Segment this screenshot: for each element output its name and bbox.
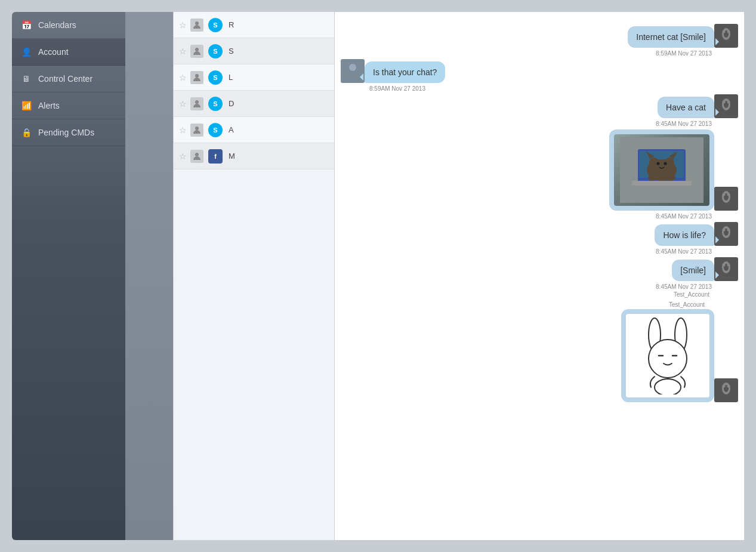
avatar xyxy=(714,378,738,402)
message-right xyxy=(341,129,738,211)
contact-name: D xyxy=(229,99,234,108)
svg-rect-18 xyxy=(632,181,692,186)
user-label: Test_Account xyxy=(341,291,709,298)
list-item[interactable]: ☆ S R xyxy=(174,12,334,38)
svg-point-34 xyxy=(723,229,726,232)
svg-point-1 xyxy=(195,48,199,51)
chat-image-bubble xyxy=(609,129,714,211)
contact-name: A xyxy=(229,125,234,134)
bunny-image xyxy=(626,314,709,397)
svg-point-30 xyxy=(723,193,726,196)
sidebar-item-calendars[interactable]: 📅 Calendars xyxy=(12,12,125,39)
svg-point-31 xyxy=(727,193,730,196)
chat-bubble: Is that your chat? xyxy=(365,61,445,83)
message-wrapper: Internet cat [Smile] 8:59AM Nov 27 2013 xyxy=(341,24,738,57)
message-right xyxy=(341,309,738,402)
person-icon: 👤 xyxy=(20,46,32,58)
skype-icon: S xyxy=(208,44,223,58)
message-wrapper: Test_Account xyxy=(341,300,738,405)
avatar xyxy=(190,124,203,137)
list-item[interactable]: ☆ S D xyxy=(174,91,334,117)
svg-point-9 xyxy=(727,30,730,33)
message-text: Is that your chat? xyxy=(373,67,437,77)
avatar xyxy=(190,71,203,84)
message-right: How is life? xyxy=(341,222,738,246)
avatar xyxy=(190,150,203,163)
list-item[interactable]: ☆ S S xyxy=(174,38,334,64)
avatar xyxy=(714,187,738,211)
svg-point-50 xyxy=(727,385,730,388)
avatar xyxy=(190,97,203,110)
message-wrapper: [Smile] 8:45AM Nov 27 2013 Test_Account xyxy=(341,257,738,298)
message-wrapper: Have a cat 8:45AM Nov 27 2013 xyxy=(341,94,738,127)
skype-icon: S xyxy=(208,97,223,111)
svg-point-8 xyxy=(723,30,726,33)
svg-point-49 xyxy=(723,385,726,388)
svg-point-13 xyxy=(723,101,726,104)
sidebar: 📅 Calendars 👤 Account 🖥 Control Center 📶… xyxy=(12,12,125,540)
contact-name: L xyxy=(229,73,233,82)
list-item[interactable]: ☆ f M xyxy=(174,143,334,169)
chat-bubble: Have a cat xyxy=(658,97,714,118)
user-label-top: Test_Account xyxy=(669,301,705,308)
chat-bubble: How is life? xyxy=(655,224,714,246)
svg-point-35 xyxy=(727,229,730,232)
timestamp: 8:45AM Nov 27 2013 xyxy=(341,121,712,127)
message-text: How is life? xyxy=(663,230,706,240)
message-text: [Smile] xyxy=(680,266,706,275)
svg-point-24 xyxy=(657,162,660,165)
star-icon[interactable]: ☆ xyxy=(177,99,188,109)
skype-icon: S xyxy=(208,70,223,85)
svg-point-39 xyxy=(727,264,730,267)
star-icon[interactable]: ☆ xyxy=(177,73,188,82)
sidebar-item-pending-cmds[interactable]: 🔒 Pending CMDs xyxy=(12,119,125,146)
star-icon[interactable]: ☆ xyxy=(177,152,188,161)
timestamp: 8:45AM Nov 27 2013 xyxy=(341,213,712,220)
timestamp: 8:45AM Nov 27 2013 xyxy=(341,248,712,255)
chat-area: Internet cat [Smile] 8:59AM Nov 27 2013 xyxy=(334,12,744,540)
message-right: Have a cat xyxy=(341,94,738,118)
message-left: Is that your chat? xyxy=(341,59,738,83)
sidebar-item-control-center[interactable]: 🖥 Control Center xyxy=(12,66,125,92)
star-icon[interactable]: ☆ xyxy=(177,125,188,135)
message-right: [Smile] xyxy=(341,257,738,281)
contact-name: S xyxy=(229,47,234,55)
timestamp: 8:59AM Nov 27 2013 xyxy=(369,85,738,92)
timestamp: 8:45AM Nov 27 2013 xyxy=(341,283,712,290)
avatar xyxy=(190,45,203,58)
svg-point-10 xyxy=(349,64,356,71)
facebook-icon: f xyxy=(208,149,223,164)
sidebar-label-calendars: Calendars xyxy=(38,20,76,30)
svg-point-43 xyxy=(649,340,687,378)
svg-point-27 xyxy=(666,175,675,181)
list-item[interactable]: ☆ S L xyxy=(174,64,334,91)
sidebar-label-alerts: Alerts xyxy=(38,101,60,110)
cat-image xyxy=(614,134,709,206)
skype-icon: S xyxy=(208,123,223,137)
sidebar-item-account[interactable]: 👤 Account xyxy=(12,39,125,66)
sidebar-label-control-center: Control Center xyxy=(38,74,92,84)
svg-point-4 xyxy=(195,127,199,130)
list-item[interactable]: ☆ S A xyxy=(174,117,334,143)
svg-point-38 xyxy=(723,264,726,267)
message-wrapper: 8:45AM Nov 27 2013 xyxy=(341,129,738,220)
svg-point-26 xyxy=(648,175,658,181)
wifi-icon: 📶 xyxy=(20,100,32,112)
svg-point-2 xyxy=(195,74,199,78)
contact-name: M xyxy=(229,152,235,161)
chat-bubble: Internet cat [Smile] xyxy=(628,26,714,48)
skype-icon: S xyxy=(208,18,223,32)
sidebar-item-alerts[interactable]: 📶 Alerts xyxy=(12,92,125,119)
svg-point-46 xyxy=(655,379,681,394)
chat-image-bubble xyxy=(621,309,714,402)
star-icon[interactable]: ☆ xyxy=(177,47,188,56)
svg-point-3 xyxy=(195,100,199,104)
contact-panel xyxy=(125,12,173,540)
message-text: Have a cat xyxy=(666,103,706,112)
svg-point-5 xyxy=(195,153,199,156)
message-wrapper: Is that your chat? 8:59AM Nov 27 2013 xyxy=(341,59,738,92)
contact-list: ☆ S R ☆ S S ☆ S L ☆ xyxy=(173,12,334,540)
lock-icon: 🔒 xyxy=(20,127,32,138)
message-wrapper: How is life? 8:45AM Nov 27 2013 xyxy=(341,222,738,255)
star-icon[interactable]: ☆ xyxy=(177,20,188,30)
